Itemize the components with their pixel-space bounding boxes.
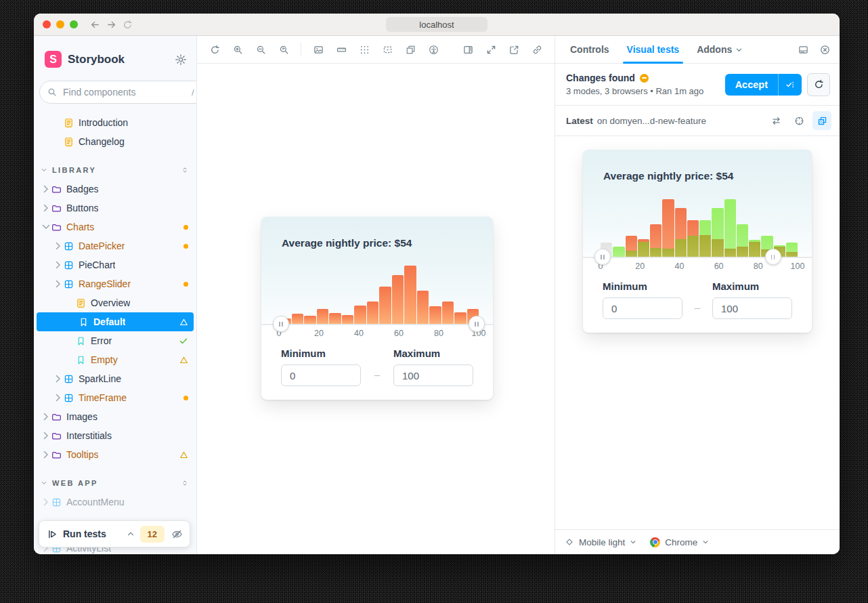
remount-button[interactable] (205, 40, 224, 59)
search-box[interactable]: / (39, 81, 197, 104)
story-stage: Average nightly price: $54020406080100Mi… (197, 64, 555, 554)
browser-select[interactable]: Chrome (650, 537, 709, 547)
measure-icon (383, 45, 393, 55)
baseline-row: Latest on domyen...d-new-feature (555, 105, 840, 136)
axis-tick-label: 20 (635, 262, 645, 271)
fullscreen-button[interactable] (481, 40, 500, 59)
swap-comparison-icon[interactable] (766, 111, 785, 130)
chevron-right-icon (41, 449, 51, 460)
sidebar-item-interstitials[interactable]: Interstitials (34, 426, 196, 445)
show-diff-icon[interactable] (812, 111, 831, 130)
watch-mode-icon[interactable] (171, 528, 183, 540)
item-label: Charts (66, 222, 94, 232)
collapse-section-icon[interactable] (41, 167, 47, 173)
histogram-bar (699, 220, 711, 257)
sidebar-item-default[interactable]: Default (37, 312, 194, 331)
inspect-target-icon[interactable] (789, 111, 808, 130)
tab-visual-tests[interactable]: Visual tests (623, 36, 684, 63)
maximize-window-button[interactable] (70, 20, 78, 28)
sidebar-item-rangeslider[interactable]: RangeSlider (34, 274, 196, 293)
histogram-bar (342, 315, 354, 324)
sidebar-item-introduction[interactable]: Introduction (34, 113, 196, 132)
sync-icon (814, 79, 824, 89)
minimize-window-button[interactable] (56, 20, 64, 28)
sidebar-item-changelog[interactable]: Changelog (34, 132, 196, 151)
sidebar-item-piechart[interactable]: PieChart (34, 255, 196, 274)
copy-link-button[interactable] (527, 40, 546, 59)
panel-button[interactable] (458, 40, 477, 59)
min-slider-handle (594, 249, 611, 265)
brand-title: Storybook (68, 53, 175, 66)
max-slider-handle[interactable] (469, 316, 485, 332)
panel-footer: Mobile light Chrome (555, 529, 840, 554)
test-count-badge[interactable]: 12 (140, 526, 165, 543)
close-panel-icon[interactable] (815, 40, 834, 59)
sidebar-item-overview[interactable]: Overview (34, 293, 196, 312)
outline-button[interactable] (401, 40, 420, 59)
axis-ticks: 020406080100 (279, 329, 479, 341)
viewport-button[interactable] (332, 40, 351, 59)
expand-all-icon[interactable] (181, 480, 188, 486)
back-icon[interactable] (90, 20, 100, 30)
maximum-input[interactable] (393, 365, 473, 386)
reload-icon[interactable] (123, 20, 133, 30)
sidebar-item-images[interactable]: Images (34, 407, 196, 426)
close-window-button[interactable] (43, 20, 51, 28)
chevron-down-icon (702, 539, 709, 545)
expand-all-icon[interactable] (181, 167, 188, 173)
sidebar-item-buttons[interactable]: Buttons (34, 199, 196, 217)
address-bar[interactable]: localhost (386, 17, 487, 32)
panel-position-icon[interactable] (794, 40, 812, 59)
zoom-in-button[interactable] (228, 40, 247, 59)
histogram-bar (638, 239, 649, 257)
forward-icon[interactable] (106, 20, 116, 30)
mode-diamond-icon (565, 537, 574, 547)
min-slider-handle[interactable] (273, 316, 289, 332)
sidebar-item-error[interactable]: Error (34, 331, 196, 350)
item-label: Images (66, 411, 97, 422)
search-input[interactable] (62, 86, 187, 98)
chevron-right-icon (41, 203, 51, 213)
tab-controls[interactable]: Controls (566, 36, 613, 63)
rerun-tests-button[interactable] (807, 73, 830, 96)
sidebar-item-empty[interactable]: Empty (34, 350, 196, 369)
background-button[interactable] (309, 40, 328, 59)
mode-label: Mobile light (579, 537, 625, 547)
sidebar-item-sparkline[interactable]: SparkLine (34, 369, 196, 388)
range-separator: – (374, 369, 380, 380)
tab-addons[interactable]: Addons (693, 36, 747, 63)
run-tests-label[interactable]: Run tests (63, 528, 121, 539)
histogram-bar (367, 302, 379, 324)
measure-button[interactable] (378, 40, 397, 59)
zoom-reset-button[interactable] (274, 40, 293, 59)
accept-button[interactable]: Accept (725, 74, 778, 96)
minimum-input[interactable] (281, 365, 361, 386)
chevron-up-icon[interactable] (127, 530, 135, 538)
histogram-bar (379, 287, 391, 324)
collapse-section-icon[interactable] (41, 480, 47, 486)
sidebar-item-charts[interactable]: Charts (34, 217, 196, 236)
sidebar-item-accountmenu[interactable]: AccountMenu (34, 493, 196, 512)
mode-select[interactable]: Mobile light (565, 537, 636, 547)
settings-gear-icon[interactable] (175, 54, 187, 66)
zoom-out-button[interactable] (251, 40, 270, 59)
snapshot-card[interactable]: Average nightly price: $54020406080100Mi… (583, 150, 812, 333)
component-tree: IntroductionChangelogLIBRARYBadgesButton… (34, 104, 196, 554)
run-tests-icon[interactable] (47, 529, 58, 539)
sidebar-section-library: LIBRARY (34, 161, 196, 180)
item-label: Badges (66, 184, 98, 194)
warning-triangle-icon (179, 318, 188, 327)
grid-button[interactable] (355, 40, 374, 59)
open-new-tab-button[interactable] (504, 40, 523, 59)
chevron-right-icon (53, 392, 64, 403)
chrome-icon (650, 537, 660, 547)
accept-split-button: Accept (725, 74, 802, 96)
sidebar-item-timeframe[interactable]: TimeFrame (34, 388, 196, 407)
accessibility-button[interactable] (424, 40, 443, 59)
sidebar-item-badges[interactable]: Badges (34, 180, 196, 199)
accept-menu-button[interactable] (778, 74, 802, 96)
sidebar-item-datepicker[interactable]: DatePicker (34, 236, 196, 255)
sidebar: S Storybook / IntroductionChangelogLIBRA… (34, 36, 197, 554)
sidebar-item-tooltips[interactable]: Tooltips (34, 445, 196, 464)
range-inputs-row: Minimum–Maximum (583, 274, 812, 319)
